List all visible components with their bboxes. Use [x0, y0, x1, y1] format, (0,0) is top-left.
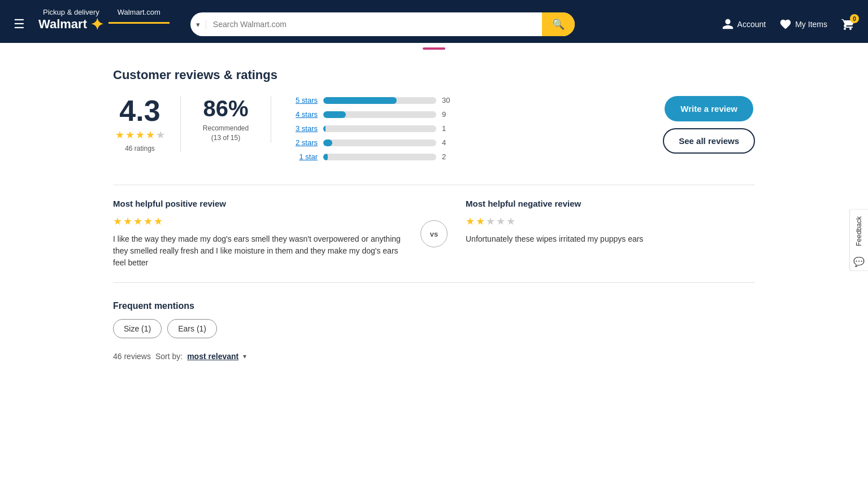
- feedback-sidebar[interactable]: Feedback 💬: [849, 209, 868, 271]
- positive-review-stars: ★ ★ ★ ★ ★: [113, 215, 402, 228]
- account-button[interactable]: Account: [722, 18, 766, 30]
- bar-row-4stars: 4 stars 9: [289, 110, 627, 119]
- star-1: ★: [115, 129, 124, 141]
- recommended-section: 86% Recommended(13 of 15): [181, 96, 271, 143]
- star-2: ★: [125, 129, 134, 141]
- bar-track-1star: [323, 154, 436, 160]
- negative-review-stars: ★ ★ ★ ★ ★: [466, 215, 755, 228]
- bar-count-4stars: 9: [442, 110, 453, 119]
- bar-fill-5stars: [323, 97, 397, 104]
- ratings-overview: 4.3 ★ ★ ★ ★ ★ 46 ratings 86% Recommended…: [113, 96, 755, 167]
- frequent-mentions-title: Frequent mentions: [113, 301, 755, 311]
- bar-track-5stars: [323, 97, 436, 104]
- bar-count-5stars: 30: [442, 96, 453, 104]
- header: Pickup & delivery Walmart.com ☰ Walmart …: [0, 0, 868, 43]
- bar-fill-3stars: [323, 125, 326, 132]
- bar-track-4stars: [323, 111, 436, 118]
- account-label: Account: [737, 20, 766, 29]
- search-bar: ▾ 🔍: [190, 12, 575, 36]
- reviews-meta: 46 reviews Sort by: most relevant ▾: [113, 352, 755, 361]
- sort-by-value[interactable]: most relevant: [187, 352, 238, 361]
- overall-stars: ★ ★ ★ ★ ★: [115, 129, 165, 141]
- search-button[interactable]: 🔍: [542, 12, 575, 36]
- sort-by-label: Sort by:: [155, 352, 183, 361]
- reviews-count: 46 reviews: [113, 352, 151, 361]
- myitems-button[interactable]: My Items: [779, 18, 827, 30]
- positive-review-col: Most helpful positive review ★ ★ ★ ★ ★ I…: [113, 199, 420, 269]
- main-content: Customer reviews & ratings 4.3 ★ ★ ★ ★ ★…: [95, 54, 773, 374]
- feedback-icon: 💬: [850, 253, 868, 270]
- bar-row-3stars: 3 stars 1: [289, 124, 627, 133]
- star-4: ★: [146, 129, 155, 141]
- write-review-button[interactable]: Write a review: [665, 96, 753, 121]
- bar-row-2stars: 2 stars 4: [289, 138, 627, 147]
- feedback-label: Feedback: [852, 210, 866, 253]
- nav-tabs: Pickup & delivery Walmart.com: [34, 0, 170, 24]
- review-actions: Write a review See all reviews: [645, 96, 755, 154]
- negative-review-text: Unfortunately these wipes irritated my p…: [466, 233, 755, 245]
- mention-tag-ears[interactable]: Ears (1): [167, 319, 217, 338]
- bar-fill-4stars: [323, 111, 346, 118]
- bar-label-4stars[interactable]: 4 stars: [289, 110, 318, 119]
- cart-count-badge: 0: [850, 14, 859, 23]
- rating-bar-chart: 5 stars 30 4 stars 9 3 stars 1: [271, 96, 645, 167]
- bar-fill-1star: [323, 154, 328, 160]
- frequent-mentions: Frequent mentions Size (1) Ears (1): [113, 301, 755, 338]
- star-3: ★: [136, 129, 145, 141]
- bar-label-2stars[interactable]: 2 stars: [289, 138, 318, 147]
- bar-track-3stars: [323, 125, 436, 132]
- header-right: Account My Items 0: [722, 18, 854, 31]
- bar-label-3stars[interactable]: 3 stars: [289, 124, 318, 133]
- positive-review-text: I like the way they made my dog's ears s…: [113, 233, 402, 269]
- hamburger-menu[interactable]: ☰: [14, 17, 25, 32]
- sort-arrow-icon[interactable]: ▾: [243, 352, 246, 360]
- overall-score: 4.3 ★ ★ ★ ★ ★ 46 ratings: [113, 96, 181, 152]
- search-input[interactable]: [206, 14, 542, 34]
- negative-review-col: Most helpful negative review ★ ★ ★ ★ ★ U…: [448, 199, 755, 269]
- big-score: 4.3: [119, 96, 160, 125]
- bar-label-5stars[interactable]: 5 stars: [289, 96, 318, 104]
- bar-fill-2stars: [323, 139, 332, 146]
- see-all-reviews-button[interactable]: See all reviews: [663, 128, 755, 154]
- mention-tags: Size (1) Ears (1): [113, 319, 755, 338]
- nav-tab-pickup[interactable]: Pickup & delivery: [34, 0, 108, 24]
- star-5: ★: [156, 129, 165, 141]
- pink-divider: [0, 43, 868, 54]
- dropdown-arrow-icon: ▾: [196, 20, 200, 29]
- helpful-reviews: Most helpful positive review ★ ★ ★ ★ ★ I…: [113, 185, 755, 283]
- bar-label-1star[interactable]: 1 star: [289, 152, 318, 161]
- bar-row-5stars: 5 stars 30: [289, 96, 627, 104]
- negative-review-title: Most helpful negative review: [466, 199, 755, 208]
- rec-percent: 86%: [203, 96, 248, 121]
- mention-tag-size[interactable]: Size (1): [113, 319, 162, 338]
- reviews-section-title: Customer reviews & ratings: [113, 68, 755, 82]
- bar-count-2stars: 4: [442, 138, 453, 147]
- bar-count-3stars: 1: [442, 124, 453, 133]
- bar-row-1star: 1 star 2: [289, 152, 627, 161]
- bar-track-2stars: [323, 139, 436, 146]
- bar-count-1star: 2: [442, 152, 453, 161]
- search-category-dropdown[interactable]: ▾: [190, 20, 206, 29]
- rating-count: 46 ratings: [125, 145, 155, 152]
- vs-circle: vs: [420, 220, 448, 247]
- cart-button[interactable]: 0: [841, 18, 854, 31]
- rec-text: Recommended(13 of 15): [203, 124, 249, 143]
- nav-tab-walmart[interactable]: Walmart.com: [108, 0, 170, 24]
- positive-review-title: Most helpful positive review: [113, 199, 402, 208]
- pink-bar: [423, 47, 445, 50]
- myitems-label: My Items: [795, 20, 827, 29]
